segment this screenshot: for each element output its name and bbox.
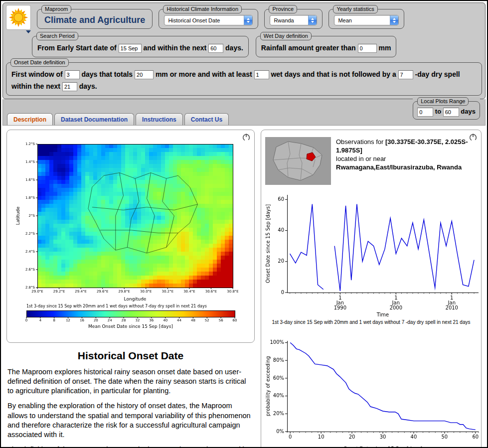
wet-day-text-1: Rainfall amount greater than [261, 44, 356, 52]
window-days-input[interactable] [65, 70, 80, 79]
wet-day-definition-label: Wet Day definition [260, 32, 312, 40]
tab-dataset-documentation[interactable]: Dataset Documentation [54, 113, 134, 125]
yearly-statistics-group: Yearly statistics Mean [328, 9, 404, 29]
observations-prefix: Observations for [336, 138, 385, 146]
power-icon [242, 133, 251, 142]
search-days-input[interactable] [208, 44, 223, 53]
onset-timeseries-block: 1st 3-day since 15 Sep with 20mm and 1 w… [264, 190, 478, 325]
onset-text-2: days that totals [81, 70, 133, 78]
description-heading: Historical Onset Date [6, 350, 255, 362]
observations-line2: located in or near [336, 155, 386, 162]
iri-logo[interactable] [6, 5, 31, 30]
search-period-label: Search Period [36, 32, 78, 40]
tab-description[interactable]: Description [7, 113, 53, 125]
dataset-select-value: Historical Onset Date [164, 17, 244, 23]
dropdown-arrows-icon [390, 15, 398, 25]
tab-content: Historical Onset Date The Maproom explor… [2, 125, 486, 440]
map-column: Historical Onset Date The Maproom explor… [6, 130, 255, 440]
onset-text-6: days. [79, 82, 97, 90]
province-select-value: Rwanda [270, 17, 308, 23]
wet-day-definition-group: Wet Day definition Rainfall amount great… [256, 36, 397, 57]
province-label: Province [269, 5, 297, 13]
onset-timeseries-chart [264, 190, 482, 318]
onset-text-1: First window of [11, 70, 63, 78]
dry-days-input[interactable] [62, 82, 77, 91]
map-panel [6, 130, 255, 343]
description-paragraph: The definition of the onset can be set u… [7, 445, 254, 448]
tab-bar: Description Dataset Documentation Instru… [7, 113, 229, 125]
plots-range-to-input[interactable] [443, 108, 459, 117]
page-title: Climate and Agriculture [42, 15, 147, 25]
onset-text-3: mm or more and with at least [156, 70, 252, 78]
onset-date-map[interactable] [13, 140, 248, 333]
plots-panel-power-button[interactable] [469, 133, 478, 142]
probability-block: 1st 3-day since 15 Sep with 20mm and 1 w… [264, 336, 478, 448]
observations-text: Observations for [30.3375E-30.375E, 2.02… [336, 137, 477, 185]
wet-day-text-2: mm [378, 44, 391, 52]
onset-date-definition-label: Onset Date definition [10, 58, 69, 67]
plots-range-unit: days [461, 108, 476, 115]
description-paragraph: By enabling the exploration of the histo… [7, 401, 254, 440]
search-period-text-2: and within the next [143, 44, 206, 52]
logo-dropdown-caret [26, 30, 31, 33]
total-mm-input[interactable] [135, 70, 154, 79]
search-period-text-3: days. [225, 44, 243, 52]
rainfall-amount-input[interactable] [358, 44, 377, 53]
maproom-group-label: Maproom [41, 5, 71, 13]
timeseries-caption: 1st 3-day since 15 Sep with 20mm and 1 w… [264, 319, 478, 325]
dropdown-arrows-icon [308, 15, 317, 25]
tab-strip: Local Plots Range to days Description Da… [2, 99, 486, 125]
tab-instructions[interactable]: Instructions [136, 113, 183, 125]
wet-days-input[interactable] [254, 70, 269, 79]
local-plots-range-label: Local Plots Range [417, 97, 469, 106]
local-plots-range-group: Local Plots Range to days [413, 101, 480, 120]
observations-location: Rwamagana,East/Iburasirazuba, Rwanda [336, 163, 462, 171]
sun-icon [8, 7, 29, 28]
dry-spell-input[interactable] [398, 70, 413, 79]
search-period-text-1: From Early Start date of [37, 44, 117, 52]
search-period-group: Search Period From Early Start date of a… [32, 36, 249, 57]
local-plots-panel: Observations for [30.3375E-30.375E, 2.02… [261, 130, 482, 448]
plots-range-to-word: to [435, 108, 441, 115]
local-plots-column: Observations for [30.3375E-30.375E, 2.02… [261, 130, 482, 440]
maproom-page: Maproom Climate and Agriculture Historic… [0, 0, 488, 448]
dataset-select[interactable]: Historical Onset Date [164, 15, 253, 25]
probability-chart [264, 336, 482, 448]
dropdown-arrows-icon [244, 15, 252, 25]
onset-text-4: wet days and that is not followed by a [271, 70, 396, 78]
historical-climate-info-group: Historical Climate Information Historica… [159, 9, 258, 29]
control-bar: Maproom Climate and Agriculture Historic… [2, 2, 486, 99]
maproom-group: Maproom Climate and Agriculture [37, 9, 153, 29]
location-inset-map [265, 137, 331, 185]
province-group: Province Rwanda [264, 9, 323, 29]
historical-climate-info-label: Historical Climate Information [163, 5, 242, 13]
plots-range-from-input[interactable] [417, 108, 433, 117]
power-icon [469, 133, 478, 142]
tab-contact-us[interactable]: Contact Us [184, 113, 229, 125]
early-start-date-input[interactable] [119, 44, 142, 53]
onset-date-definition-group: Onset Date definition First window of da… [6, 62, 482, 96]
statistic-select[interactable]: Mean [334, 15, 399, 25]
description-paragraph: The Maproom explores historical rainy se… [7, 367, 254, 396]
statistic-select-value: Mean [334, 17, 390, 23]
province-select[interactable]: Rwanda [270, 15, 317, 25]
yearly-statistics-label: Yearly statistics [333, 5, 377, 13]
map-panel-power-button[interactable] [242, 133, 251, 142]
